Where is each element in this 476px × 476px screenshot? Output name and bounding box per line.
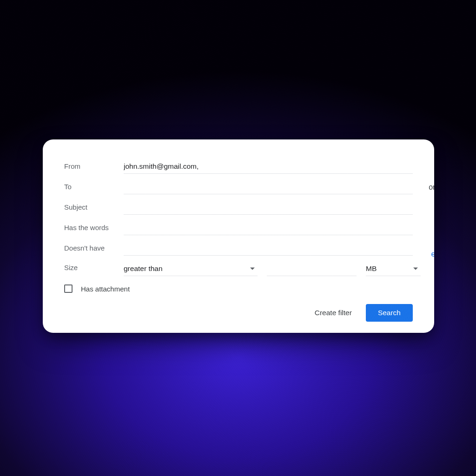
has-attachment-checkbox[interactable] [64, 284, 73, 293]
caret-down-icon [413, 268, 418, 270]
obscured-link-right: ew [431, 250, 434, 258]
caret-down-icon [250, 268, 255, 270]
filter-form: From To Subject Has the words Doesn't ha… [47, 152, 430, 322]
subject-input[interactable] [124, 200, 413, 215]
create-filter-button[interactable]: Create filter [313, 305, 354, 321]
row-has-words: Has the words [64, 218, 413, 235]
search-button[interactable]: Search [366, 304, 413, 322]
to-label: To [64, 183, 124, 194]
row-has-attachment: Has attachment [64, 284, 413, 293]
doesnt-have-input[interactable] [124, 241, 413, 256]
has-attachment-label: Has attachment [81, 285, 130, 293]
actions-bar: Create filter Search [64, 304, 413, 322]
size-value-input[interactable] [267, 262, 357, 276]
size-comparator-select[interactable]: greater than [124, 262, 258, 276]
size-label: Size [64, 264, 124, 276]
doesnt-have-label: Doesn't have [64, 244, 124, 256]
size-comparator-value: greater than [124, 264, 163, 272]
from-label: From [64, 162, 124, 174]
to-input[interactable] [124, 180, 413, 194]
row-size: Size greater than MB [64, 258, 413, 276]
has-words-input[interactable] [124, 221, 413, 235]
row-doesnt-have: Doesn't have [64, 238, 413, 256]
from-input[interactable] [124, 159, 413, 174]
subject-label: Subject [64, 203, 124, 215]
has-words-label: Has the words [64, 224, 124, 235]
size-unit-value: MB [366, 264, 377, 272]
size-unit-select[interactable]: MB [366, 262, 421, 276]
obscured-text-right: ons [429, 183, 434, 192]
row-subject: Subject [64, 197, 413, 215]
search-filter-panel: ons ew From To Subject Has the words Doe… [43, 139, 434, 333]
row-from: From [64, 156, 413, 174]
row-to: To [64, 177, 413, 194]
